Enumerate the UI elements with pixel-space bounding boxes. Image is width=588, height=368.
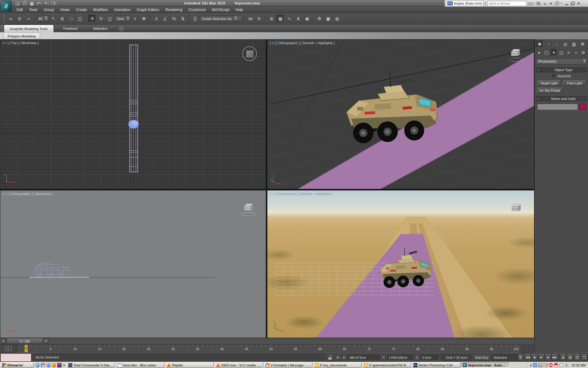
dropdown-arrow-icon[interactable]: ▼	[582, 59, 586, 64]
subscription-key-icon[interactable]	[536, 1, 541, 6]
viewcube-front-face[interactable]: FRONT	[244, 206, 251, 210]
dropdown-arrow-icon[interactable]: ▼	[518, 355, 522, 360]
select-and-link-icon[interactable]: ∞	[7, 15, 15, 23]
manage-layers-icon[interactable]: ≣	[268, 15, 276, 23]
task-button-total-commander-6-54a[interactable]: Total Commander 6.54a ...	[67, 362, 115, 368]
auto-key-button[interactable]: Auto Key	[473, 355, 490, 361]
free-light-button[interactable]: Free Light	[563, 80, 586, 86]
wireframe-tower-object[interactable]	[127, 44, 141, 174]
antivirus-icon[interactable]	[554, 363, 558, 367]
menu-help[interactable]: Help	[232, 7, 246, 13]
menu-maxscript[interactable]: MAXScript	[209, 7, 232, 13]
viewport-label[interactable]: [ + ] [ Orthographic ] [ Wireframe ]	[3, 192, 53, 196]
task-button-adobe-photoshop-cs4-e[interactable]: PsAdobe Photoshop CS4 E...	[412, 362, 460, 368]
tab-utilities-icon[interactable]: ⚒	[579, 40, 586, 48]
viewcube-icon[interactable]: FRONT	[509, 204, 524, 217]
task-button-sans-titre-bloc-notes[interactable]: Sans titre - Bloc-notes	[116, 362, 164, 368]
menu-edit[interactable]: Edit	[13, 7, 26, 13]
language-dropdown-icon[interactable]: ▾	[484, 2, 486, 5]
category-space-warps-icon[interactable]: ≈	[572, 49, 579, 56]
selection-filter-dropdown[interactable]: All▼	[37, 16, 48, 21]
new-scene-icon[interactable]: ❏	[14, 1, 20, 6]
tab-display-icon[interactable]: ▥	[570, 40, 578, 48]
undo-icon[interactable]: ↶▾	[36, 1, 42, 6]
reference-coordinate-system-dropdown[interactable]: View▼	[115, 16, 130, 21]
project-toolbar-icon[interactable]: ❒▾	[51, 1, 57, 6]
collapse-icon[interactable]: −	[536, 97, 541, 101]
ribbon-tab-selection[interactable]: Selection	[87, 25, 113, 32]
taskbar-clock[interactable]: 10:32 AM	[570, 363, 587, 367]
playhead[interactable]: 0	[24, 345, 28, 352]
task-button-0303-mov-vlc-media-pl[interactable]: 0303.mov - VLC media pl...	[215, 362, 263, 368]
chevron-icon[interactable]: »	[63, 363, 65, 367]
updates-icon[interactable]	[564, 363, 568, 367]
collapse-icon[interactable]: −	[536, 68, 541, 72]
edit-named-selection-sets-icon[interactable]: {}	[191, 15, 199, 23]
go-to-start-button[interactable]: |◀◀	[525, 354, 531, 361]
menu-modifiers[interactable]: Modifiers	[90, 7, 111, 13]
dropdown-arrow-icon[interactable]: ▾	[55, 2, 57, 5]
restore-button[interactable]	[571, 2, 575, 5]
search-icon[interactable]	[527, 1, 533, 6]
spinner-snap-toggle-icon[interactable]: ⇅	[179, 15, 187, 23]
total-commander-icon[interactable]	[57, 363, 62, 367]
menu-customize[interactable]: Customize	[185, 7, 209, 13]
viewcube-front-face[interactable]: FRONT	[511, 51, 518, 56]
category-geometry-icon[interactable]: ●	[536, 49, 543, 56]
bind-to-space-warp-icon[interactable]: ≈	[24, 15, 32, 23]
named-selection-sets-dropdown[interactable]: Create Selection Se▼	[200, 16, 242, 21]
tab-modify-icon[interactable]: ◔	[544, 40, 552, 48]
zoom-button[interactable]: ⊕	[560, 354, 566, 361]
viewport-label[interactable]: [ + ] [ Perspective ] [ Smooth + Highlig…	[270, 192, 333, 196]
viewport-perspective[interactable]: [ + ] [ Perspective ] [ Smooth + Highlig…	[267, 190, 534, 338]
next-frame-arrow[interactable]: >	[43, 339, 48, 344]
menu-graph-editors[interactable]: Graph Editors	[134, 7, 162, 13]
name-and-color-rollout[interactable]: − Name and Color	[536, 96, 587, 101]
time-slider-handle[interactable]: 0 / 100	[7, 339, 43, 344]
select-by-name-icon[interactable]: ≣	[58, 15, 66, 23]
y-coordinate-field[interactable]: 1768.628cm	[387, 355, 414, 360]
category-lights-icon[interactable]: ✦	[550, 49, 557, 56]
menu-rendering[interactable]: Rendering	[162, 7, 185, 13]
category-cameras-icon[interactable]: ◫	[558, 49, 565, 56]
task-button-f-my-documents[interactable]: F:\my_documents	[313, 362, 362, 368]
open-mini-curve-editor-button[interactable]: ∿	[0, 345, 17, 353]
task-button-v-kontakte-message[interactable]: V Kontakte | Message - ...	[264, 362, 312, 368]
network-icon[interactable]	[533, 363, 537, 367]
align-icon[interactable]: ⊫	[255, 15, 263, 23]
viewport-label[interactable]: [ + ] [ Top ] [ Wireframe ]	[3, 41, 39, 45]
redo-icon[interactable]: ↷▾	[43, 1, 50, 6]
task-button-playlist[interactable]: Playlist	[165, 362, 214, 368]
dropdown-arrow-icon[interactable]: ▾	[41, 2, 42, 5]
maxthon-icon[interactable]	[46, 363, 51, 367]
render-production-icon[interactable]: ◍	[333, 15, 341, 23]
unlink-selection-icon[interactable]: ⊘	[16, 15, 24, 23]
mouse-icon[interactable]	[559, 363, 563, 367]
dropdown-arrow-icon[interactable]: ▾	[48, 2, 49, 5]
rendered-frame-window-icon[interactable]: ▣	[324, 15, 332, 23]
curve-editor-icon[interactable]: ∿	[285, 15, 293, 23]
menu-tools[interactable]: Tools	[26, 7, 41, 13]
display-icon[interactable]	[538, 363, 542, 367]
object-color-swatch[interactable]	[579, 104, 586, 110]
select-and-manipulate-icon[interactable]: ✥	[140, 15, 148, 23]
graphite-ribbon-toggle-icon[interactable]: ▦	[277, 15, 285, 23]
zoom-extents-selected-button[interactable]: ⊡	[574, 354, 580, 361]
communication-center-icon[interactable]: ▲	[541, 0, 548, 7]
light-category-dropdown[interactable]: Photometric ▼	[536, 58, 587, 64]
material-editor-icon[interactable]: ◉	[303, 15, 311, 23]
target-light-button[interactable]: Target Light	[537, 80, 560, 86]
save-file-icon[interactable]: ▦	[29, 1, 35, 6]
tab-create-icon[interactable]: ✱	[536, 40, 544, 48]
use-pivot-point-center-icon[interactable]: ⌖	[131, 15, 139, 23]
time-slider[interactable]: < 0 / 100 >	[0, 338, 534, 345]
help-icon[interactable]: ?	[555, 1, 559, 6]
viewport-label[interactable]: [ + ] [ Orthographic ] [ Smooth + Highli…	[270, 41, 335, 45]
minimize-button[interactable]	[565, 2, 569, 5]
previous-frame-arrow[interactable]: <	[1, 339, 6, 344]
application-menu-logo[interactable]: Ƨ	[1, 1, 12, 12]
select-and-move-icon[interactable]: ✛	[88, 15, 96, 23]
volume-muted-icon[interactable]	[544, 363, 548, 367]
ribbon-grip[interactable]	[1, 25, 3, 32]
next-frame-button[interactable]: |▶	[545, 354, 551, 361]
